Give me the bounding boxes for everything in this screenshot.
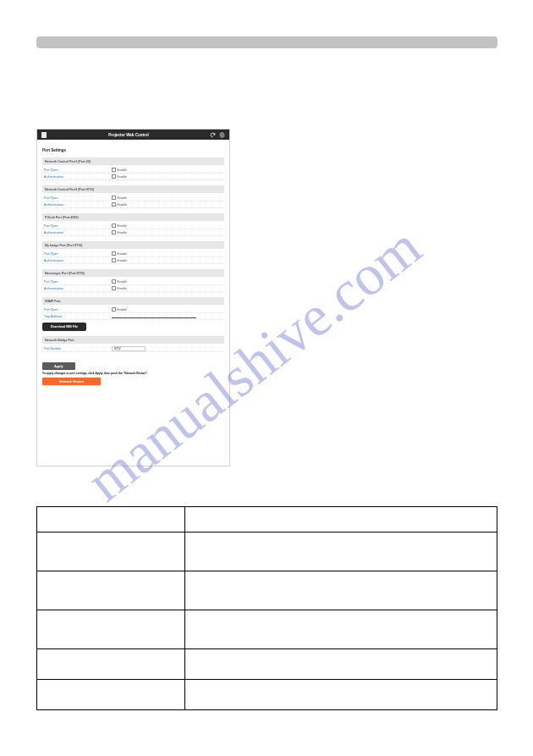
pjl-auth-checkbox[interactable]: [112, 230, 116, 235]
section-nc2-head: Network Control Port2 (Port:9715): [42, 185, 224, 193]
enable-text: Enable: [118, 287, 127, 290]
img-auth-row: Authentication Enable: [42, 257, 224, 264]
enable-text: Enable: [118, 196, 127, 200]
embedded-screenshot: Projector Web Control Port Settings Netw…: [36, 129, 230, 466]
msg-auth-row: Authentication Enable: [42, 285, 224, 292]
section-nc1-head: Network Control Port1 (Port:23): [42, 157, 224, 165]
nc2-auth-row: Authentication Enable: [42, 201, 224, 208]
ss-title: Projector Web Control: [51, 133, 206, 137]
section-msg-head: Messenger Port (Port:9719): [42, 269, 224, 277]
nc1-auth-checkbox[interactable]: [112, 174, 116, 179]
enable-text: Enable: [118, 231, 127, 235]
msg-auth-checkbox[interactable]: [112, 286, 116, 290]
enable-text: Enable: [118, 224, 127, 228]
nc1-auth-label: Authentication: [44, 175, 112, 179]
snmp-trap-label: Trap Address: [44, 315, 112, 318]
nc2-portopen-row: Port Open Enable: [42, 195, 224, 201]
download-mib-button[interactable]: Download MIB File: [42, 323, 86, 331]
enable-text: Enable: [118, 203, 127, 207]
nc1-auth-row: Authentication Enable: [42, 174, 224, 180]
table-cell: [37, 610, 185, 649]
img-portopen-label: Port Open: [44, 252, 112, 256]
nc2-auth-checkbox[interactable]: [112, 202, 116, 207]
bridge-port-input[interactable]: [112, 346, 146, 351]
nc2-auth-label: Authentication: [44, 203, 112, 207]
table-cell: [37, 571, 185, 610]
description-table: [36, 506, 497, 710]
section-pjl-head: PJLink Port (Port:4352): [42, 213, 224, 221]
table-header-1: [37, 507, 185, 533]
table-row: [37, 680, 497, 710]
trap-address-input[interactable]: [112, 315, 196, 318]
table-row: [37, 610, 497, 649]
enable-text: Enable: [118, 280, 127, 284]
logo-icon: [41, 132, 47, 138]
ss-header: Projector Web Control: [37, 130, 229, 140]
table-header-2: [185, 507, 497, 533]
snmp-portopen-row: Port Open Enable: [42, 306, 224, 313]
gear-icon[interactable]: [218, 131, 225, 138]
img-auth-checkbox[interactable]: [112, 258, 116, 262]
pjl-auth-row: Authentication Enable: [42, 229, 224, 236]
apply-button[interactable]: Apply: [42, 362, 75, 370]
enable-text: Enable: [118, 252, 127, 256]
img-portopen-row: Port Open Enable: [42, 251, 224, 257]
snmp-trap-row: Trap Address: [42, 313, 224, 320]
nc2-portopen-checkbox[interactable]: [112, 196, 116, 200]
table-row: [37, 649, 497, 680]
enable-text: Enable: [118, 175, 127, 179]
nc1-portopen-label: Port Open: [44, 168, 112, 172]
pjl-portopen-row: Port Open Enable: [42, 223, 224, 229]
enable-text: Enable: [118, 308, 127, 312]
enable-text: Enable: [118, 259, 127, 262]
table-row: [37, 571, 497, 610]
top-banner: [36, 36, 497, 48]
table-header-row: [37, 507, 497, 533]
snmp-portopen-checkbox[interactable]: [112, 307, 116, 312]
nc1-portopen-checkbox[interactable]: [112, 168, 116, 172]
network-restart-button[interactable]: Network Restart: [42, 378, 101, 385]
section-img-head: My Image Port (Port:9716): [42, 241, 224, 249]
refresh-icon[interactable]: [209, 131, 216, 138]
table-cell: [37, 649, 185, 680]
table-cell: [185, 680, 497, 710]
msg-auth-label: Authentication: [44, 287, 112, 290]
table-row: [37, 533, 497, 571]
bridge-port-label: Port Number: [44, 347, 112, 350]
table-cell: [185, 571, 497, 610]
table-cell: [185, 533, 497, 571]
nc2-portopen-label: Port Open: [44, 196, 112, 200]
table-cell: [37, 533, 185, 571]
img-auth-label: Authentication: [44, 259, 112, 262]
pjl-auth-label: Authentication: [44, 231, 112, 235]
msg-portopen-checkbox[interactable]: [112, 279, 116, 284]
pjl-portopen-label: Port Open: [44, 224, 112, 228]
snmp-portopen-label: Port Open: [44, 308, 112, 312]
nc1-portopen-row: Port Open Enable: [42, 167, 224, 174]
pjl-portopen-checkbox[interactable]: [112, 223, 116, 228]
section-bridge-head: Network Bridge Port: [42, 336, 224, 344]
ss-body: Port Settings Network Control Port1 (Por…: [37, 140, 229, 390]
enable-text: Enable: [118, 168, 127, 172]
svg-point-0: [221, 134, 223, 135]
msg-portopen-label: Port Open: [44, 280, 112, 284]
page-heading: Port Settings: [42, 148, 224, 152]
bridge-port-row: Port Number: [42, 345, 224, 352]
table-cell: [185, 610, 497, 649]
msg-portopen-row: Port Open Enable: [42, 279, 224, 285]
section-snmp-head: SNMP Port: [42, 297, 224, 305]
img-portopen-checkbox[interactable]: [112, 251, 116, 256]
table-cell: [185, 649, 497, 680]
table-cell: [37, 680, 185, 710]
apply-note: To apply changes to port settings, click…: [42, 372, 224, 375]
